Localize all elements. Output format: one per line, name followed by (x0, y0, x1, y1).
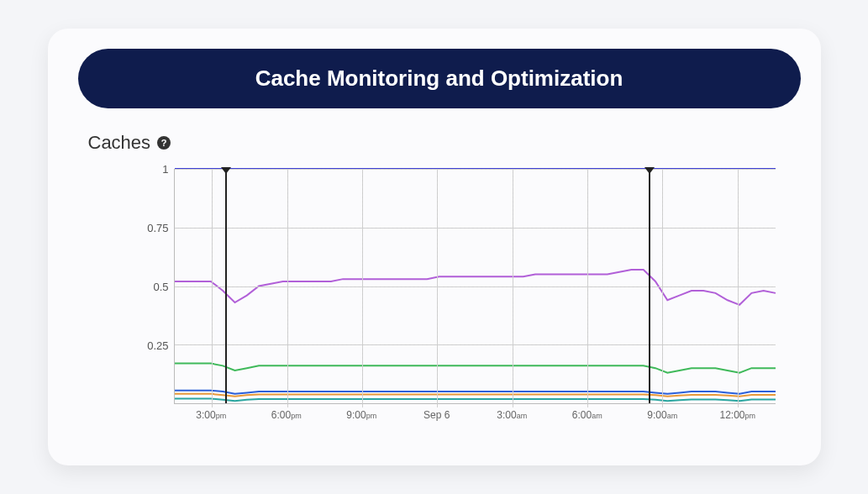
gridline (437, 169, 438, 407)
gridline (662, 169, 663, 407)
gridline (362, 169, 363, 407)
gridline (587, 169, 588, 407)
line-series-blue (175, 391, 776, 394)
x-tick-label: 3:00am (497, 409, 527, 421)
y-tick-label: 1 (135, 163, 169, 176)
gridline (287, 169, 288, 407)
line-series-green (175, 364, 776, 373)
gridline (175, 344, 776, 345)
gridline (175, 169, 776, 170)
x-tick-label: 9:00pm (346, 409, 376, 421)
gridline (513, 169, 513, 407)
section-title: Caches (88, 132, 151, 154)
y-tick-label: 0.25 (135, 339, 169, 352)
x-tick-label: 6:00pm (271, 409, 302, 421)
x-tick-label: Sep 6 (423, 409, 450, 421)
plot-area[interactable] (174, 169, 776, 404)
card: Cache Monitoring and Optimization Caches… (48, 29, 821, 465)
event-marker (649, 169, 650, 403)
gridline (175, 228, 776, 229)
line-series-purple (175, 270, 776, 305)
section-header: Caches ? (88, 132, 791, 154)
gridline (212, 169, 213, 407)
help-icon[interactable]: ? (157, 136, 171, 150)
line-series-teal (175, 398, 776, 401)
page-title: Cache Monitoring and Optimization (78, 49, 801, 108)
y-tick-label: 0.75 (135, 222, 169, 234)
event-marker (225, 169, 227, 403)
x-tick-label: 3:00pm (196, 409, 226, 421)
y-tick-label: 0.5 (135, 281, 169, 293)
gridline (175, 286, 776, 287)
line-series-orange (175, 394, 776, 397)
x-tick-label: 9:00am (647, 409, 677, 421)
x-tick-label: 6:00am (572, 409, 602, 421)
x-tick-label: 12:00pm (719, 409, 755, 421)
caches-chart[interactable]: 0.250.50.7513:00pm6:00pm9:00pmSep 63:00a… (135, 169, 776, 421)
gridline (738, 169, 739, 407)
